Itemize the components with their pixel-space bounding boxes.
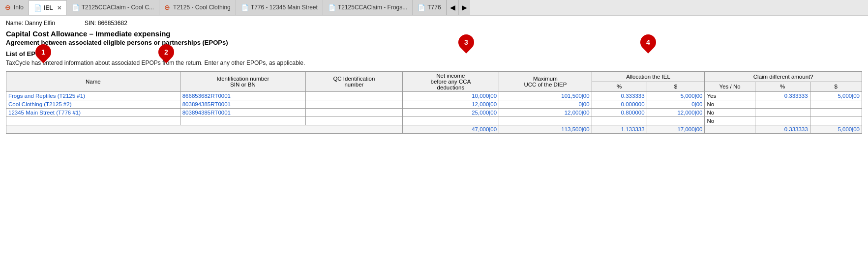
doc-icon-t2125cca-cool: 📄 <box>72 4 80 11</box>
row3-qc[interactable] <box>306 109 403 117</box>
tab-t2125cca-cool[interactable]: 📄 T2125CCAClaim - Cool C... <box>67 0 159 15</box>
row4-alloc-dollar[interactable] <box>647 117 705 125</box>
row3-max-ucc[interactable]: 12,000|00 <box>499 109 592 117</box>
row1-name[interactable]: Frogs and Reptiles (T2125 #1) <box>6 92 180 100</box>
row3-id[interactable]: 803894385RT0001 <box>180 109 305 117</box>
total-max-ucc: 113,500|00 <box>499 125 592 134</box>
row3-claim-pct[interactable] <box>755 109 810 117</box>
total-net-income: 47,000|00 <box>402 125 499 134</box>
row1-alloc-pct[interactable]: 0.333333 <box>592 92 647 100</box>
col-header-yes-no: Yes / No <box>705 82 755 92</box>
tab-info[interactable]: ⊖ Info <box>0 0 29 15</box>
sin-label: SIN: <box>85 20 98 27</box>
row2-name[interactable]: Cool Clothing (T2125 #2) <box>6 100 180 109</box>
row4-name[interactable] <box>6 117 180 125</box>
stop-icon: ⊖ <box>5 3 11 11</box>
tab-t2125-cool-label: T2125 - Cool Clothing <box>173 4 231 11</box>
row1-yes-no[interactable]: Yes <box>705 92 755 100</box>
total-alloc-pct: 1.133333 <box>592 125 647 134</box>
row4-id[interactable] <box>180 117 305 125</box>
section-title: List of EPOPs <box>6 50 862 58</box>
row4-net-income[interactable] <box>402 117 499 125</box>
table-row: 12345 Main Street (T776 #1) 803894385RT0… <box>6 109 862 117</box>
tab-t2125cca-frogs[interactable]: 📄 T2125CCAClaim - Frogs... <box>323 0 413 15</box>
table-row: No <box>6 117 862 125</box>
table-row: Cool Clothing (T2125 #2) 803894385RT0001… <box>6 100 862 109</box>
tab-bar: ⊖ Info 📄 IEL ✕ 📄 T2125CCAClaim - Cool C.… <box>0 0 868 16</box>
row2-claim-dollar[interactable] <box>810 100 862 109</box>
col-header-allocation-span: Allocation the IEL <box>592 72 705 82</box>
row4-claim-pct[interactable] <box>755 117 810 125</box>
row3-claim-dollar[interactable] <box>810 109 862 117</box>
doc-icon-t776-2: 📄 <box>418 4 425 11</box>
doc-icon-iel: 📄 <box>34 4 42 12</box>
tab-t776-2[interactable]: 📄 T776 <box>413 0 446 15</box>
tab-iel-label: IEL <box>44 4 53 11</box>
tab-t2125cca-frogs-label: T2125CCAClaim - Frogs... <box>338 4 407 11</box>
row1-qc[interactable] <box>306 92 403 100</box>
col-header-id: Identification numberSIN or BN <box>180 72 305 92</box>
tab-nav-forward[interactable]: ▶ <box>458 0 470 15</box>
col-header-claim-pct: % <box>755 82 810 92</box>
row1-alloc-dollar[interactable]: 5,000|00 <box>647 92 705 100</box>
page-title: Capital Cost Allowance – Immediate expen… <box>6 29 862 38</box>
name-label: Name: <box>6 20 25 27</box>
row1-claim-dollar[interactable]: 5,000|00 <box>810 92 862 100</box>
table-wrapper: 1 2 3 4 Name Identification numberSIN or… <box>6 71 862 134</box>
row1-net-income[interactable]: 10,000|00 <box>402 92 499 100</box>
col-header-alloc-pct: % <box>592 82 647 92</box>
name-field: Name: Danny Elfin <box>6 20 55 27</box>
col-header-claim-span: Claim different amount? <box>705 72 862 82</box>
table-row: Frogs and Reptiles (T2125 #1) 866853682R… <box>6 92 862 100</box>
row4-qc[interactable] <box>306 117 403 125</box>
row1-claim-pct[interactable]: 0.333333 <box>755 92 810 100</box>
doc-icon-frogs: 📄 <box>328 4 336 11</box>
sin-field: SIN: 866853682 <box>85 20 127 27</box>
tab-t776-main[interactable]: 📄 T776 - 12345 Main Street <box>236 0 323 15</box>
row2-id[interactable]: 803894385RT0001 <box>180 100 305 109</box>
row4-max-ucc[interactable] <box>499 117 592 125</box>
tab-iel-close[interactable]: ✕ <box>57 5 61 11</box>
col-header-alloc-dollar: $ <box>647 82 705 92</box>
row4-alloc-pct[interactable] <box>592 117 647 125</box>
row2-yes-no[interactable]: No <box>705 100 755 109</box>
row4-claim-dollar[interactable] <box>810 117 862 125</box>
total-claim-pct: 0.333333 <box>755 125 810 134</box>
row2-max-ucc[interactable]: 0|00 <box>499 100 592 109</box>
tab-t2125-cool[interactable]: ⊖ T2125 - Cool Clothing <box>159 0 236 15</box>
description: TaxCycle has entered information about a… <box>6 59 862 66</box>
total-claim-dollar: 5,000|00 <box>810 125 862 134</box>
row2-alloc-dollar[interactable]: 0|00 <box>647 100 705 109</box>
col-header-name: Name <box>6 72 180 92</box>
tab-info-label: Info <box>14 4 24 11</box>
col-header-net-income: Net incomebefore any CCAdeductions <box>402 72 499 92</box>
page-subtitle: Agreement between associated eligible pe… <box>6 39 862 46</box>
row1-max-ucc[interactable]: 101,500|00 <box>499 92 592 100</box>
row3-yes-no[interactable]: No <box>705 109 755 117</box>
tab-t776-2-label: T776 <box>427 4 441 11</box>
totals-row: 47,000|00 113,500|00 1.133333 17,000|00 … <box>6 125 862 134</box>
row2-net-income[interactable]: 12,000|00 <box>402 100 499 109</box>
tab-iel[interactable]: 📄 IEL ✕ <box>29 0 67 15</box>
tab-t776-main-label: T776 - 12345 Main Street <box>251 4 318 11</box>
main-content: Name: Danny Elfin SIN: 866853682 Capital… <box>0 16 868 138</box>
row4-yes-no[interactable]: No <box>705 117 755 125</box>
row1-id[interactable]: 866853682RT0001 <box>180 92 305 100</box>
header-row: Name: Danny Elfin SIN: 866853682 <box>6 20 862 27</box>
tab-nav-back[interactable]: ◀ <box>447 0 458 15</box>
row2-qc[interactable] <box>306 100 403 109</box>
epops-table: Name Identification numberSIN or BN QC I… <box>6 71 862 134</box>
row2-alloc-pct[interactable]: 0.000000 <box>592 100 647 109</box>
stop-icon-t2125: ⊖ <box>164 3 170 11</box>
row2-claim-pct[interactable] <box>755 100 810 109</box>
row3-alloc-pct[interactable]: 0.800000 <box>592 109 647 117</box>
row3-alloc-dollar[interactable]: 12,000|00 <box>647 109 705 117</box>
col-header-claim-dollar: $ <box>810 82 862 92</box>
name-value: Danny Elfin <box>25 20 55 27</box>
total-alloc-dollar: 17,000|00 <box>647 125 705 134</box>
col-header-max-ucc: MaximumUCC of the DIEP <box>499 72 592 92</box>
tab-t2125cca-cool-label: T2125CCAClaim - Cool C... <box>82 4 154 11</box>
row3-name[interactable]: 12345 Main Street (T776 #1) <box>6 109 180 117</box>
row3-net-income[interactable]: 25,000|00 <box>402 109 499 117</box>
total-yes-no-spacer <box>705 125 755 134</box>
